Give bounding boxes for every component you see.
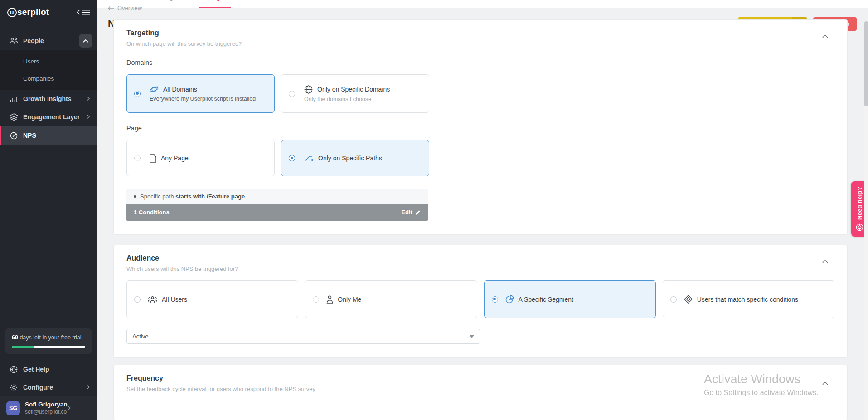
sidebar-item-label: Growth Insights [23,95,72,102]
tab-bar: Content Widget Configure Localization [114,0,286,8]
option-title: Only on Specific Domains [317,86,390,93]
people-submenu: Users Companies [0,50,97,90]
option-title: Any Page [161,154,189,162]
radio-unselected[interactable] [313,296,319,303]
tab-configure[interactable]: Configure [199,0,231,8]
chevron-left-icon [77,10,80,15]
nested-diamond-icon [684,295,693,304]
option-all-users[interactable]: All Users [126,280,298,318]
sidebar-item-engagement-layer[interactable]: Engagement Layer [0,108,97,126]
radio-unselected[interactable] [134,155,141,161]
sidebar-collapse-button[interactable] [77,10,90,15]
user-icon [326,295,333,304]
people-icon [9,37,18,44]
radio-unselected[interactable] [670,296,677,303]
sidebar-item-configure[interactable]: Configure [0,378,97,396]
globe-icon [304,85,313,94]
audience-options: All Users Only Me [126,280,834,318]
app-window: userpilot People U [0,0,868,420]
radio-selected[interactable] [134,91,141,97]
option-all-domains[interactable]: All Domains Everywhere my Userpilot scri… [126,74,275,113]
edit-conditions-button[interactable]: Edit [401,209,421,216]
targeting-collapse-button[interactable] [822,32,828,40]
sidebar-nav: People Users Companies Growth Insights [0,32,97,145]
sidebar-item-growth-insights[interactable]: Growth Insights [0,90,97,108]
sidebar-item-users[interactable]: Users [0,53,97,70]
option-body: A Specific Segment [505,295,573,304]
sidebar-item-nps[interactable]: NPS [0,126,97,145]
trial-days: 69 [12,334,18,341]
option-body: Any Page [150,154,189,163]
condition-item: Specific path starts with /Feature page [126,189,428,204]
trial-progress-track [12,346,85,348]
radio-unselected[interactable] [289,91,295,97]
trial-card: 69 days left in your free trial [5,328,92,354]
userpilot-logo: userpilot [7,7,49,17]
chevron-up-icon [83,39,88,43]
conditions-bar: 1 Conditions Edit [126,204,428,221]
profile-email: sofi@userpilot.co [25,409,68,415]
gauge-icon [9,132,18,140]
chevron-down-icon [470,335,474,338]
user-profile[interactable]: SG Sofi Grigoryan sofi@userpilot.co [0,396,97,420]
segment-select-value: Active [132,333,148,340]
option-only-me[interactable]: Only Me [305,280,477,318]
condition-prefix: Specific path [140,193,175,200]
chevron-right-icon [87,113,90,121]
logo-u-mark: u [7,8,17,17]
sidebar-bottom: 69 days left in your free trial Get Help [0,328,97,420]
lifebuoy-icon [856,223,863,231]
chevron-right-icon [68,404,71,412]
sidebar-item-label: People [23,37,44,44]
option-specific-segment[interactable]: A Specific Segment [484,280,656,318]
users-group-icon [148,296,157,303]
section-subtitle: On which page will this survey be trigge… [126,40,834,47]
option-title: All Users [162,296,187,303]
option-body: All Domains Everywhere my Userpilot scri… [150,85,256,102]
radio-unselected[interactable] [134,296,141,303]
trial-label: days left in your free trial [18,334,82,341]
option-title: A Specific Segment [519,296,573,303]
need-help-label: Need help? [856,187,863,220]
option-body: Only on Specific Paths [304,154,382,162]
tab-widget[interactable]: Widget [158,0,179,8]
segment-select[interactable]: Active [126,329,480,344]
sidebar-item-people[interactable]: People [0,32,97,50]
option-title: Only Me [338,296,361,303]
content-area: Targeting On which page will this survey… [97,8,868,420]
conditions-box: Specific path starts with /Feature page … [126,189,428,221]
radio-selected[interactable] [492,296,498,303]
option-any-page[interactable]: Any Page [126,140,275,176]
sidebar-item-label: Engagement Layer [23,113,80,121]
option-specific-domains[interactable]: Only on Specific Domains Only the domain… [281,74,429,113]
tab-content[interactable]: Content [114,0,138,8]
radio-selected[interactable] [289,155,295,161]
option-match-conditions[interactable]: Users that match specific conditions [663,280,834,318]
top-bar: Overview NPS Live Content Widget Configu… [97,0,868,8]
sidebar-item-label: NPS [23,132,36,139]
logo-text: serpilot [17,7,49,17]
option-specific-paths[interactable]: Only on Specific Paths [281,140,429,176]
section-title: Frequency [126,374,834,382]
scrollbar-thumb[interactable] [864,21,868,106]
option-body: Users that match specific conditions [684,295,798,304]
section-title: Audience [126,254,834,262]
page-icon [150,154,156,163]
pencil-icon [415,210,421,215]
orbit-icon [150,85,159,93]
bar-chart-icon [9,96,18,102]
condition-detail: starts with /Feature page [175,193,245,200]
sidebar-item-companies[interactable]: Companies [0,70,97,87]
sidebar-item-label: Get Help [23,366,49,373]
frequency-collapse-button[interactable] [822,379,828,387]
scrollbar[interactable] [864,20,868,420]
domains-label: Domains [126,59,834,66]
trial-text: 69 days left in your free trial [12,334,85,341]
page-label: Page [126,125,834,132]
people-collapse-button[interactable] [79,34,92,48]
bullet-icon [134,195,136,198]
back-arrow-icon [108,6,114,10]
tab-localization[interactable]: Localization [251,0,286,8]
audience-collapse-button[interactable] [822,257,828,265]
sidebar-item-get-help[interactable]: Get Help [0,360,97,378]
